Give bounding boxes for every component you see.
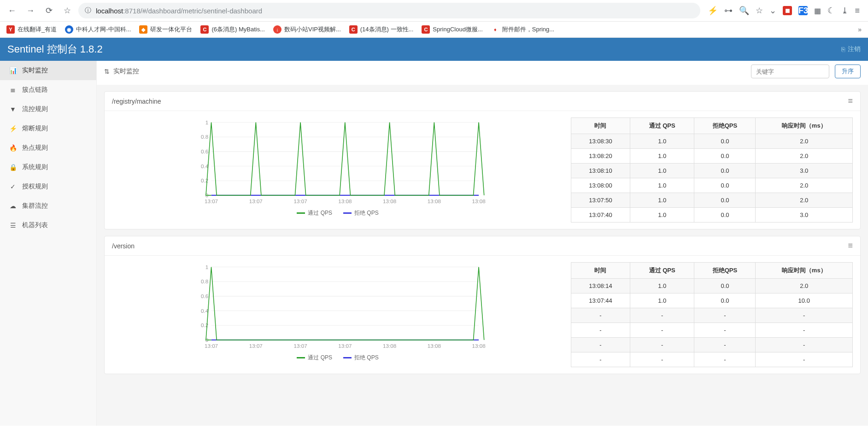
flash-icon[interactable]: ⚡ [708,6,718,16]
forward-button[interactable]: → [23,3,38,18]
bookmark-icon[interactable]: ☆ [756,6,763,16]
back-button[interactable]: ← [5,3,19,18]
table-cell: 3.0 [756,164,853,178]
bookmark-item[interactable]: C(14条消息) 一致性... [349,25,414,34]
chart-legend: 通过 QPS 拒绝 QPS [112,354,563,362]
table-cell: 1.0 [630,178,694,193]
bookmark-item[interactable]: CSpringCloud微服... [422,25,482,34]
zoom-icon[interactable]: 🔍 [739,6,749,16]
table-row: 13:08:301.00.02.0 [571,134,853,149]
logout-label: 注销 [848,45,861,53]
dark-mode-icon[interactable]: ☾ [827,6,835,16]
sidebar-icon: ☰ [9,222,17,229]
table-cell: 13:07:40 [571,208,630,223]
table-cell: 13:07:44 [571,293,630,308]
table-row: 13:08:001.00.02.0 [571,178,853,193]
table-cell: - [571,323,630,338]
sidebar-item[interactable]: ☁集群流控 [0,196,96,216]
table-row: 13:07:441.00.010.0 [571,293,853,308]
table-cell: - [694,323,756,338]
search-input[interactable] [751,65,829,78]
sidebar-item[interactable]: 🔥热点规则 [0,138,96,158]
table-cell: 2.0 [756,193,853,208]
sidebar-item[interactable]: ✓授权规则 [0,177,96,196]
chart-legend: 通过 QPS 拒绝 QPS [112,209,563,217]
bookmark-item[interactable]: ◉中科人才网-中国科... [65,25,131,34]
table-cell: 1.0 [630,279,694,293]
table-cell: - [694,308,756,323]
reload-button[interactable]: ⟳ [41,3,56,18]
sidebar-item[interactable]: ▼流控规则 [0,100,96,119]
bookmark-label: SpringCloud微服... [433,25,482,34]
bookmark-icon: ♦ [491,25,499,34]
table-row: 13:07:401.00.03.0 [571,208,853,223]
bookmark-item[interactable]: C(6条消息) MyBatis... [200,25,265,34]
bookmark-item[interactable]: ↓数码小站VIP视频解... [273,25,341,34]
panel-head: /registry/machine≡ [105,92,860,111]
table-cell: 0.0 [694,178,756,193]
svg-text:13:08: 13:08 [472,198,486,204]
table-row: ---- [571,338,853,352]
sidebar-item[interactable]: ⚡熔断规则 [0,119,96,138]
bookmarks-more[interactable]: » [858,26,862,33]
table-header: 时间 [571,118,630,134]
svg-text:0.4: 0.4 [201,308,209,314]
table-header: 响应时间（ms） [756,263,853,279]
svg-text:13:08: 13:08 [383,198,396,204]
sidebar-item[interactable]: ☰机器列表 [0,216,96,235]
sidebar-label: 集群流控 [22,202,48,210]
bookmark-item[interactable]: Y在线翻译_有道 [6,25,57,34]
ext-icon-2[interactable]: F3 [798,6,808,15]
sidebar-icon: ⚡ [9,125,17,132]
bookmark-item[interactable]: ◆研发一体化平台 [139,25,192,34]
svg-text:13:07: 13:07 [294,343,307,349]
sidebar-item[interactable]: 📊实时监控 [0,61,96,80]
metric-table: 时间通过 QPS拒绝QPS响应时间（ms）13:08:301.00.02.013… [571,117,853,223]
main-content: ⇅ 实时监控 升序 /registry/machine≡00.20.40.60.… [97,61,868,426]
table-cell: 13:08:14 [571,279,630,293]
bookmark-icon: ◆ [139,25,147,34]
panel-menu-icon[interactable]: ≡ [848,96,853,106]
svg-text:13:08: 13:08 [472,343,486,349]
table-cell: 2.0 [756,149,853,164]
svg-text:13:07: 13:07 [205,198,218,204]
svg-text:0.4: 0.4 [201,163,209,169]
sort-icon: ⇅ [104,68,110,75]
bookmark-label: 中科人才网-中国科... [76,25,131,34]
table-header: 通过 QPS [630,263,694,279]
metric-table: 时间通过 QPS拒绝QPS响应时间（ms）13:08:141.00.02.013… [571,262,853,367]
table-cell: - [756,308,853,323]
browser-toolbar: ← → ⟳ ☆ ⓘ localhost:8718/#/dashboard/met… [0,0,868,22]
legend-reject: 拒绝 QPS [343,209,379,217]
legend-pass: 通过 QPS [297,354,332,362]
sidebar-item[interactable]: 🔒系统规则 [0,158,96,177]
logout-link[interactable]: ⎘ 注销 [841,45,861,53]
table-cell: 0.0 [694,193,756,208]
menu-chevron-icon[interactable]: ⌄ [769,6,776,16]
ext-grid-icon[interactable]: ▦ [814,6,821,15]
bookmark-icon: Y [6,25,15,34]
table-row: ---- [571,308,853,323]
sidebar-icon: ☁ [9,202,17,210]
table-row: ---- [571,323,853,338]
table-header: 通过 QPS [630,118,694,134]
bookmark-icon: ↓ [273,25,282,34]
svg-text:13:07: 13:07 [294,198,307,204]
key-icon[interactable]: ⊶ [724,6,733,16]
download-icon[interactable]: ⤓ [841,6,848,16]
svg-text:13:07: 13:07 [338,343,352,349]
hamburger-icon[interactable]: ≡ [855,6,860,16]
ext-icon-1[interactable]: ■ [783,6,792,15]
address-bar[interactable]: ⓘ localhost:8718/#/dashboard/metric/sent… [78,3,700,18]
sidebar-label: 实时监控 [22,66,48,75]
table-cell: 13:08:00 [571,178,630,193]
sort-button[interactable]: 升序 [835,65,861,78]
svg-text:13:07: 13:07 [205,343,218,349]
panel-menu-icon[interactable]: ≡ [848,241,853,251]
sidebar-item[interactable]: ≣簇点链路 [0,80,96,100]
home-button[interactable]: ☆ [60,3,75,18]
table-cell: 0.0 [694,279,756,293]
sidebar-label: 系统规则 [22,163,48,171]
bookmark-item[interactable]: ♦附件邮件，Spring... [491,25,554,34]
table-cell: - [571,308,630,323]
